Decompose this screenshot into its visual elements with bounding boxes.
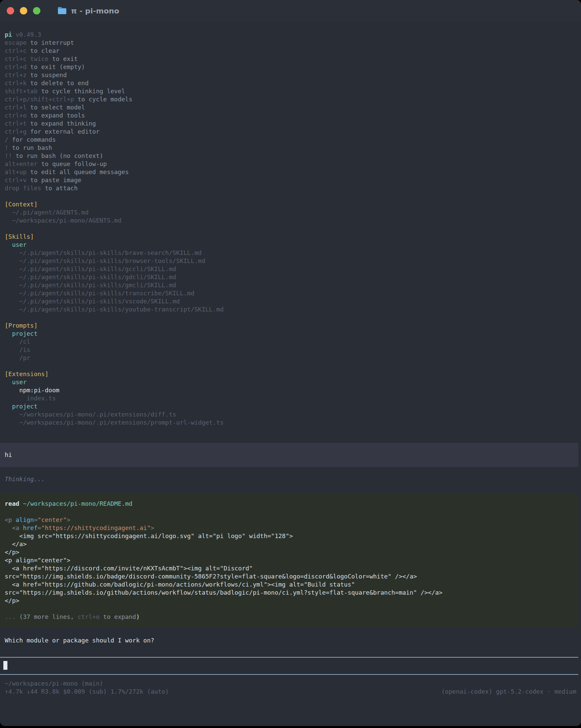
tool-name: read (5, 500, 19, 507)
terminal-window: π - pi-mono pi v0.49.3escape to interrup… (0, 0, 581, 726)
tool-output-code: <p align="center"> <a href="https://shit… (0, 516, 578, 605)
shortcut-line: ! to run bash (0, 144, 581, 152)
section-item: ~/workspaces/pi-mono/.pi/extensions/diff… (0, 411, 581, 419)
section-header: [Extensions] (0, 370, 581, 378)
status-bar: ~/workspaces/pi-mono (main) ↑4.7k ↓44 R3… (0, 679, 581, 696)
section-header: [Context] (0, 200, 581, 208)
zoom-window-button[interactable] (33, 7, 41, 15)
section-item: ~/.pi/agent/skills/pi-skills/gmcli/SKILL… (0, 281, 581, 289)
status-usage: ↑4.7k ↓44 R3.8k $0.009 (sub) 1.7%/272k (… (5, 687, 169, 696)
section-item: ~/.pi/agent/AGENTS.md (0, 208, 581, 216)
section-item: ~/.pi/agent/skills/pi-skills/browser-too… (0, 257, 581, 265)
section-item: ~/.pi/agent/skills/pi-skills/transcribe/… (0, 289, 581, 297)
shortcut-line: alt+enter to queue follow-up (0, 160, 581, 168)
code-line: <p align="center"> (0, 516, 578, 524)
shortcut-line: ctrl+o to expand tools (0, 111, 581, 120)
code-line: <a href="https://github.com/badlogic/pi-… (0, 580, 578, 589)
shortcut-line: ctrl+z to suspend (0, 71, 581, 79)
status-cwd: ~/workspaces/pi-mono (main) (0, 679, 581, 687)
section-header: [Prompts] (0, 321, 581, 330)
section-item: ~/.pi/agent/skills/pi-skills/brave-searc… (0, 249, 581, 257)
section-item: project (0, 402, 581, 411)
tool-call-header: read ~/workspaces/pi-mono/README.md (0, 500, 578, 508)
text-cursor (3, 661, 7, 670)
shortcut-line: / for commands (0, 136, 581, 144)
shortcut-line: escape to interrupt (0, 39, 581, 47)
folder-icon (58, 7, 67, 15)
code-line: src="https://img.shields.io/github/actio… (0, 589, 578, 597)
section-item: npm:pi-doom (0, 386, 581, 394)
code-line: </p> (0, 548, 578, 556)
section-item: user (0, 378, 581, 386)
section-item: ~/.pi/agent/skills/pi-skills/gdcli/SKILL… (0, 273, 581, 281)
section-item: user (0, 241, 581, 249)
shortcut-line: ctrl+c to clear (0, 47, 581, 55)
shortcut-line: shift+tab to cycle thinking level (0, 87, 581, 95)
prompt-input[interactable] (0, 657, 578, 675)
close-window-button[interactable] (7, 7, 14, 15)
tool-arg-path: ~/workspaces/pi-mono/README.md (23, 500, 132, 507)
shortcut-line: ctrl+c twice to exit (0, 55, 581, 63)
status-model: (openai-codex) gpt-5.2-codex · medium (441, 687, 576, 696)
shortcut-line: !! to run bash (no context) (0, 152, 581, 160)
shortcut-line: alt+up to edit all queued messages (0, 168, 581, 176)
help-text: pi v0.49.3escape to interruptctrl+c to c… (0, 31, 581, 192)
code-line: </a> (0, 540, 578, 548)
tool-call-read: read ~/workspaces/pi-mono/README.md <p a… (0, 493, 578, 628)
thinking-indicator: Thinking... (0, 475, 581, 483)
shortcut-line: ctrl+l to select model (0, 103, 581, 111)
section-item: index.ts (0, 394, 581, 402)
shortcut-line: drop files to attach (0, 184, 581, 192)
section-item: ~/workspaces/pi-mono/.pi/extensions/prom… (0, 419, 581, 426)
section-item: ~/.pi/agent/skills/pi-skills/gccli/SKILL… (0, 265, 581, 273)
shortcut-line: ctrl+g for external editor (0, 128, 581, 136)
status-row: ↑4.7k ↓44 R3.8k $0.009 (sub) 1.7%/272k (… (0, 687, 581, 696)
section-item: /cl (0, 338, 581, 346)
code-line: </p> (0, 597, 578, 605)
truncation-notice: ... (37 more lines, ctrl+o to expand) (0, 613, 578, 621)
shortcut-line: ctrl+k to delete to end (0, 79, 581, 87)
section-item: /pr (0, 354, 581, 362)
section-item: ~/.pi/agent/skills/pi-skills/vscode/SKIL… (0, 297, 581, 305)
code-line: <img src="https://shittycodingagent.ai/l… (0, 532, 578, 540)
user-message: hi (0, 443, 578, 467)
shortcut-line: ctrl+d to exit (empty) (0, 63, 581, 71)
window-title: π - pi-mono (71, 7, 119, 15)
shortcut-line: ctrl+v to paste image (0, 176, 581, 184)
section-item: ~/workspaces/pi-mono/AGENTS.md (0, 216, 581, 225)
code-line: <p align="center"> (0, 556, 578, 564)
code-line: <a href="https://shittycodingagent.ai"> (0, 524, 578, 532)
app-version-line: pi v0.49.3 (0, 31, 581, 39)
window-titlebar: π - pi-mono (0, 0, 581, 22)
shortcut-line: ctrl+p/shift+ctrl+p to cycle models (0, 95, 581, 103)
code-line: <a href="https://discord.com/invite/nKXT… (0, 564, 578, 572)
section-item: project (0, 330, 581, 338)
terminal-content: pi v0.49.3escape to interruptctrl+c to c… (0, 22, 581, 696)
section-item: /is (0, 346, 581, 354)
user-message-text: hi (5, 451, 12, 458)
code-line: src="https://img.shields.io/badge/discor… (0, 572, 578, 580)
assistant-message: Which module or package should I work on… (0, 636, 581, 645)
minimize-window-button[interactable] (20, 7, 27, 15)
section-header: [Skills] (0, 233, 581, 241)
section-item: ~/.pi/agent/skills/pi-skills/youtube-tra… (0, 305, 581, 313)
startup-sections: [Context] ~/.pi/agent/AGENTS.md ~/worksp… (0, 200, 581, 426)
shortcut-line: ctrl+t to expand thinking (0, 120, 581, 128)
